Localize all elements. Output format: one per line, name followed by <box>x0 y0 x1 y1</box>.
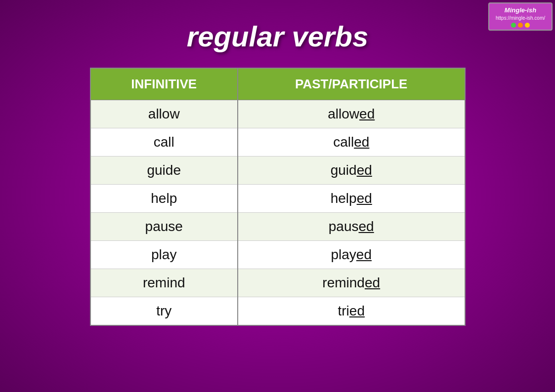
table-row: callcalled <box>90 128 465 157</box>
page-title: regular verbs <box>187 20 369 53</box>
cell-infinitive: guide <box>90 157 238 185</box>
header-past-participle: PAST/PARTICIPLE <box>238 68 465 100</box>
dot-green <box>511 23 516 28</box>
table-row: helphelped <box>90 185 465 213</box>
table-row: guideguided <box>90 157 465 185</box>
past-suffix-underlined: ed <box>359 219 374 234</box>
cell-infinitive: remind <box>90 269 238 297</box>
table-row: trytried <box>90 297 465 326</box>
past-suffix-underlined: ed <box>359 106 375 121</box>
cell-infinitive: play <box>90 241 238 269</box>
dot-orange <box>518 23 523 28</box>
table-row: playplayed <box>90 241 465 269</box>
past-suffix-underlined: ed <box>354 134 369 150</box>
table-row: remindreminded <box>90 269 465 297</box>
logo-dots <box>493 23 548 28</box>
dot-yellow <box>525 23 530 28</box>
cell-past: helped <box>238 185 465 213</box>
past-suffix-underlined: ed <box>365 275 380 290</box>
cell-infinitive: call <box>90 128 238 157</box>
table-header-row: INFINITIVE PAST/PARTICIPLE <box>90 68 465 100</box>
past-suffix-underlined: ed <box>357 191 372 206</box>
cell-past: tried <box>238 297 465 326</box>
cell-past: played <box>238 241 465 269</box>
cell-past: called <box>238 128 465 157</box>
past-suffix-underlined: ed <box>356 247 372 262</box>
verb-table-container: INFINITIVE PAST/PARTICIPLE allowallowedc… <box>90 68 466 326</box>
logo-container: Mingle-ish https://mingle-ish.com/ <box>488 2 553 31</box>
logo-url: https://mingle-ish.com/ <box>493 15 548 21</box>
header-infinitive: INFINITIVE <box>90 68 238 100</box>
table-row: pausepaused <box>90 213 465 241</box>
cell-past: reminded <box>238 269 465 297</box>
cell-infinitive: allow <box>90 100 238 128</box>
cell-past: guided <box>238 157 465 185</box>
cell-past: paused <box>238 213 465 241</box>
cell-infinitive: pause <box>90 213 238 241</box>
past-suffix-underlined: ed <box>357 162 372 178</box>
cell-infinitive: try <box>90 297 238 326</box>
past-suffix-underlined: ed <box>349 303 365 318</box>
table-row: allowallowed <box>90 100 465 128</box>
verb-table: INFINITIVE PAST/PARTICIPLE allowallowedc… <box>90 68 466 326</box>
logo-title: Mingle-ish <box>505 6 536 14</box>
cell-past: allowed <box>238 100 465 128</box>
cell-infinitive: help <box>90 185 238 213</box>
